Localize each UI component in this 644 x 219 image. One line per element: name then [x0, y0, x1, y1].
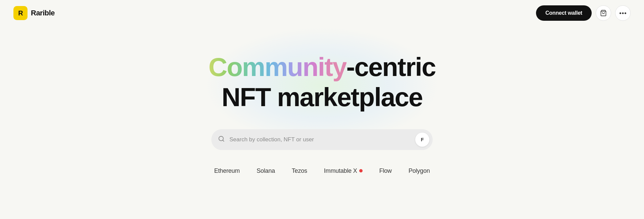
hero-section: Community-centric NFT marketplace F Ethe…	[0, 26, 644, 174]
logo-icon: R	[13, 6, 28, 20]
svg-line-5	[223, 140, 224, 141]
hero-title-line1: Community-centric	[209, 53, 436, 82]
search-filter-button[interactable]: F	[415, 133, 429, 147]
chain-filter-flow[interactable]: Flow	[379, 167, 392, 174]
bag-icon	[600, 10, 607, 16]
hero-title-suffix: -centric	[346, 52, 436, 82]
chain-filter-polygon[interactable]: Polygon	[409, 167, 430, 174]
hero-title: Community-centric NFT marketplace	[209, 53, 436, 112]
logo-text: Rarible	[31, 9, 55, 17]
chain-filter-ethereum[interactable]: Ethereum	[214, 167, 239, 174]
header: R Rarible Connect wallet	[0, 0, 644, 26]
bag-button[interactable]	[596, 5, 611, 21]
chain-filters: EthereumSolanaTezosImmutable XFlowPolygo…	[214, 167, 430, 174]
chain-filter-solana[interactable]: Solana	[257, 167, 275, 174]
chain-dot-icon	[359, 169, 363, 172]
connect-wallet-button[interactable]: Connect wallet	[536, 5, 592, 21]
logo[interactable]: R Rarible	[13, 6, 55, 20]
svg-point-3	[625, 12, 626, 14]
svg-point-1	[620, 12, 621, 14]
hero-title-line2: NFT marketplace	[209, 83, 436, 112]
chain-filter-tezos[interactable]: Tezos	[292, 167, 307, 174]
more-icon	[620, 12, 626, 14]
search-icon	[218, 135, 225, 144]
search-input[interactable]	[211, 129, 433, 150]
search-container: F	[211, 129, 433, 150]
svg-point-2	[622, 12, 624, 14]
chain-filter-immutable-x[interactable]: Immutable X	[324, 167, 363, 174]
header-right: Connect wallet	[536, 5, 631, 21]
more-button[interactable]	[615, 5, 631, 21]
community-word: Community	[209, 52, 346, 82]
